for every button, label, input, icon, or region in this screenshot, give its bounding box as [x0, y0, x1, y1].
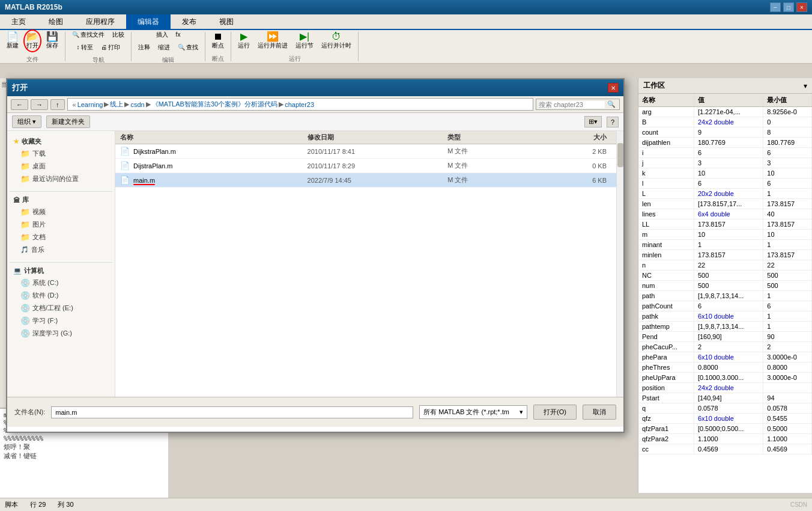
indent-button[interactable]: 缩进 — [155, 42, 173, 53]
workspace-row[interactable]: pathk6x10 double1 — [638, 311, 812, 322]
close-button[interactable]: × — [796, 2, 807, 12]
workspace-row[interactable]: minlen173.8157173.8157 — [638, 250, 812, 260]
workspace-row[interactable]: L20x2 double1 — [638, 189, 812, 199]
workspace-row[interactable]: LL173.8157173.8157 — [638, 219, 812, 230]
sidebar-music[interactable]: 🎵 音乐 — [10, 243, 112, 256]
workspace-row[interactable]: minant11 — [638, 240, 812, 250]
col-type[interactable]: 类型 — [447, 133, 541, 142]
sidebar-drive-d[interactable]: 💿 软件 (D:) — [10, 289, 112, 302]
find-button[interactable]: 🔍 查找 — [175, 42, 201, 53]
workspace-row[interactable]: m1010 — [638, 230, 812, 240]
workspace-row[interactable]: lines6x4 double40 — [638, 209, 812, 219]
sidebar-drive-c[interactable]: 💿 系统 (C:) — [10, 277, 112, 289]
organize-button[interactable]: 组织 ▾ — [12, 115, 41, 128]
tab-home[interactable]: 主页 — [0, 14, 37, 29]
new-folder-button[interactable]: 新建文件夹 — [46, 115, 90, 128]
sidebar-drive-f[interactable]: 💿 学习 (F:) — [10, 314, 112, 327]
path-online[interactable]: 线上 — [110, 100, 123, 109]
workspace-row[interactable]: NC500500 — [638, 271, 812, 281]
maximize-button[interactable]: □ — [783, 2, 794, 12]
workspace-row[interactable]: len[173.8157,17...173.8157 — [638, 199, 812, 209]
favorites-header[interactable]: ★ 收藏夹 — [10, 136, 112, 147]
path-chapter[interactable]: chapter23 — [285, 101, 314, 108]
filetype-select[interactable]: 所有 MATLAB 文件 (*.rpt;*.tm ▾ — [419, 405, 527, 419]
workspace-row[interactable]: phePara6x10 double3.0000e-0 — [638, 352, 812, 363]
help-button[interactable]: ? — [607, 117, 619, 127]
print-button[interactable]: 🖨 打印 — [98, 42, 123, 53]
tab-publish[interactable]: 发布 — [171, 14, 208, 29]
workspace-scroll[interactable]: 名称 值 最小值 arg[1.2271e-04,...8.9256e-0B24x… — [638, 94, 812, 487]
workspace-row[interactable]: n2222 — [638, 260, 812, 271]
tab-apps[interactable]: 应用程序 — [74, 14, 126, 29]
computer-header[interactable]: 💻 计算机 — [10, 265, 112, 277]
file-row[interactable]: 📄 DijkstraPlan.m 2010/11/17 8:41 M 文件 2 … — [115, 144, 616, 159]
run-advance-button[interactable]: ⏩ 运行并前进 — [255, 30, 291, 52]
workspace-row[interactable]: position24x2 double — [638, 383, 812, 393]
workspace-row[interactable]: l66 — [638, 179, 812, 189]
compare-button[interactable]: 比较 — [109, 29, 127, 40]
sidebar-document[interactable]: 📁 文档 — [10, 231, 112, 243]
sidebar-desktop[interactable]: 📁 桌面 — [10, 160, 112, 173]
workspace-row[interactable]: dijpathlen180.7769180.7769 — [638, 138, 812, 148]
scrollbar-thumb[interactable] — [617, 143, 623, 167]
save-button[interactable]: 💾 保存 — [43, 30, 61, 52]
workspace-row[interactable]: pathtemp[1,9,8,7,13,14...1 — [638, 322, 812, 332]
tab-view[interactable]: 视图 — [208, 14, 245, 29]
workspace-row[interactable]: Pend[160,90]90 — [638, 332, 812, 342]
filename-input[interactable] — [51, 406, 413, 418]
dialog-search-input[interactable] — [539, 101, 605, 108]
tab-editor[interactable]: 编辑器 — [126, 14, 171, 29]
sidebar-drive-g[interactable]: 💿 深度学习 (G:) — [10, 327, 112, 340]
goto-button[interactable]: ↕ 转至 — [74, 42, 96, 53]
fx-button[interactable]: fx — [173, 30, 184, 39]
sidebar-recent[interactable]: 📁 最近访问的位置 — [10, 173, 112, 185]
library-header[interactable]: 🏛 库 — [10, 194, 112, 206]
ws-col-min[interactable]: 最小值 — [763, 94, 812, 107]
path-book[interactable]: 《MATLAB智能算法30个案例》分析源代码 — [152, 100, 277, 109]
path-learning[interactable]: Learning — [77, 101, 103, 108]
workspace-row[interactable]: path[1,9,8,7,13,14...1 — [638, 291, 812, 301]
sidebar-download[interactable]: 📁 下载 — [10, 147, 112, 160]
dialog-nav-up[interactable]: ↑ — [50, 99, 65, 110]
workspace-row[interactable]: k1010 — [638, 168, 812, 179]
workspace-row[interactable]: count98 — [638, 127, 812, 138]
dialog-nav-forward[interactable]: → — [31, 99, 48, 110]
workspace-row[interactable]: Pstart[140,94]94 — [638, 393, 812, 403]
insert-button[interactable]: 插入 — [153, 29, 171, 40]
workspace-options-icon[interactable]: ▾ — [804, 82, 807, 90]
workspace-row[interactable]: cc0.45690.4569 — [638, 444, 812, 454]
run-section-button[interactable]: ▶| 运行节 — [292, 30, 317, 52]
view-button[interactable]: ⊞▾ — [584, 116, 602, 127]
col-date[interactable]: 修改日期 — [308, 133, 448, 142]
breakpoint-button[interactable]: ⏹ 断点 — [209, 30, 227, 52]
col-size[interactable]: 大小 — [541, 133, 611, 142]
workspace-row[interactable]: pathCount66 — [638, 301, 812, 311]
workspace-row[interactable]: i66 — [638, 148, 812, 158]
run-timed-button[interactable]: ⏱ 运行并计时 — [318, 30, 354, 52]
dialog-search-box[interactable]: 🔍 — [536, 99, 620, 110]
file-row[interactable]: 📄 DijstraPlan.m 2010/11/17 8:29 M 文件 0 K… — [115, 159, 616, 173]
file-row-selected[interactable]: 📄 main.m 2022/7/9 14:45 M 文件 6 KB — [115, 173, 616, 188]
open-file-button[interactable]: 打开(O) — [533, 405, 577, 420]
path-csdn[interactable]: csdn — [130, 101, 144, 108]
new-button[interactable]: 📄 新建 — [4, 30, 22, 52]
ws-col-name[interactable]: 名称 — [638, 94, 694, 107]
workspace-row[interactable]: pheThres0.80000.8000 — [638, 363, 812, 373]
ws-col-value[interactable]: 值 — [694, 94, 763, 107]
workspace-row[interactable]: B24x2 double0 — [638, 117, 812, 127]
workspace-row[interactable]: arg[1.2271e-04,...8.9256e-0 — [638, 107, 812, 117]
workspace-row[interactable]: pheUpPara[0.1000,3.000...3.0000e-0 — [638, 373, 812, 383]
dialog-close-button[interactable]: ✕ — [608, 83, 619, 93]
sidebar-drive-e[interactable]: 💿 文档/工程 (E:) — [10, 302, 112, 314]
comment-button[interactable]: 注释 — [135, 42, 153, 53]
workspace-row[interactable]: qfz6x10 double0.5455 — [638, 414, 812, 424]
workspace-row[interactable]: q0.05780.0578 — [638, 403, 812, 414]
cancel-button[interactable]: 取消 — [583, 405, 616, 420]
col-name[interactable]: 名称 — [120, 133, 308, 142]
workspace-row[interactable]: num500500 — [638, 281, 812, 291]
workspace-row[interactable]: pheCacuP...22 — [638, 342, 812, 352]
open-button[interactable]: 📂 打开 — [23, 29, 41, 52]
workspace-row[interactable]: qfzPara21.10001.1000 — [638, 434, 812, 444]
filelist-scrollbar[interactable] — [616, 131, 623, 397]
sidebar-video[interactable]: 📁 视频 — [10, 206, 112, 218]
